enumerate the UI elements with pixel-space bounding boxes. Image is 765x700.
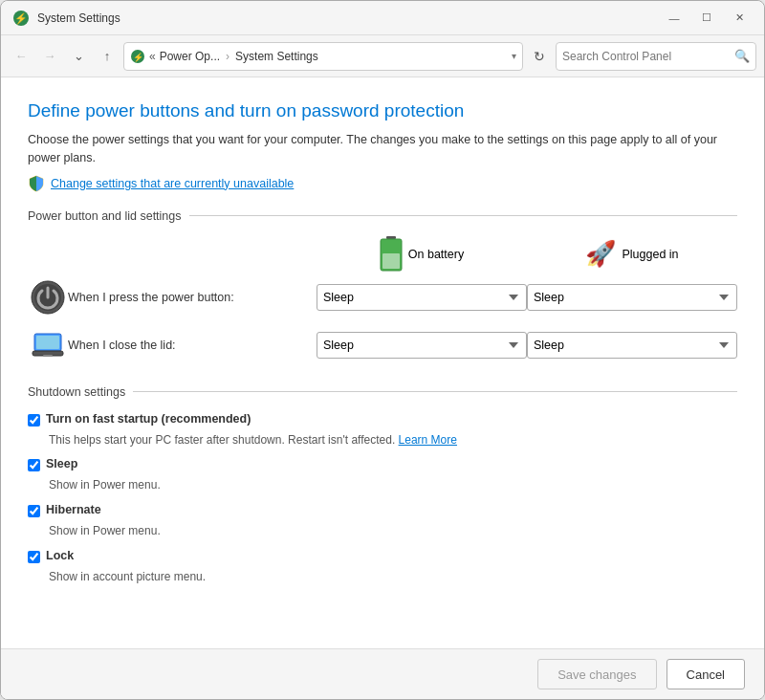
power-button-battery-select[interactable]: Do nothing Sleep Hibernate Shut down Tur… <box>317 284 527 311</box>
svg-text:⚡: ⚡ <box>133 52 144 63</box>
address-icon: ⚡ <box>130 49 145 64</box>
battery-column-header: On battery <box>317 236 527 273</box>
breadcrumb-sep: › <box>226 50 230 63</box>
shutdown-settings: Turn on fast startup (recommended) This … <box>28 412 737 585</box>
sleep-checkbox[interactable] <box>28 459 40 471</box>
plugged-column-label: Plugged in <box>622 248 678 261</box>
search-box[interactable]: 🔍 <box>556 42 756 71</box>
close-button[interactable]: ✕ <box>726 9 753 28</box>
battery-column-label: On battery <box>408 248 464 261</box>
fast-startup-learn-more-link[interactable]: Learn More <box>399 433 457 447</box>
shutdown-divider <box>133 391 737 392</box>
power-button-plugged-select-wrap: Do nothing Sleep Hibernate Shut down Tur… <box>527 284 737 311</box>
refresh-button[interactable]: ↻ <box>527 44 552 69</box>
search-icon: 🔍 <box>734 49 750 63</box>
lock-checkbox[interactable] <box>28 551 40 563</box>
minimize-button[interactable]: — <box>661 9 688 28</box>
sleep-label[interactable]: Sleep <box>46 457 77 470</box>
hibernate-desc: Show in Power menu. <box>49 523 737 539</box>
lid-icon <box>28 328 68 362</box>
lid-plugged-select-wrap: Do nothing Sleep Hibernate Shut down Tur… <box>527 332 737 359</box>
close-lid-label: When I close the lid: <box>68 339 317 352</box>
close-lid-row: When I close the lid: Do nothing Sleep H… <box>28 328 737 362</box>
laptop-lid-icon <box>31 328 65 362</box>
breadcrumb-part1: Power Op... <box>160 50 220 63</box>
cancel-button[interactable]: Cancel <box>667 659 745 689</box>
search-input[interactable] <box>562 50 731 63</box>
window-title: System Settings <box>37 11 661 25</box>
power-button-icon <box>28 280 68 315</box>
shield-uac-icon <box>28 175 45 192</box>
address-bar[interactable]: ⚡ « Power Op... › System Settings ▾ <box>123 42 523 71</box>
power-button-row: When I press the power button: Do nothin… <box>28 280 737 315</box>
shutdown-section-header: Shutdown settings <box>28 385 737 399</box>
power-icon <box>31 280 65 315</box>
fast-startup-desc: This helps start your PC faster after sh… <box>49 432 737 448</box>
breadcrumb-part2: System Settings <box>235 50 318 63</box>
change-settings-link[interactable]: Change settings that are currently unava… <box>28 175 737 192</box>
lock-label[interactable]: Lock <box>46 549 74 562</box>
address-chevron-icon[interactable]: ▾ <box>512 51 516 61</box>
fast-startup-checkbox[interactable] <box>28 414 40 427</box>
lock-desc: Show in account picture menu. <box>49 569 737 585</box>
lock-row: Lock <box>28 549 737 563</box>
forward-button[interactable]: → <box>37 44 62 69</box>
lid-battery-select-wrap: Do nothing Sleep Hibernate Shut down Tur… <box>317 332 527 359</box>
power-button-label: When I press the power button: <box>68 291 317 304</box>
fast-startup-label[interactable]: Turn on fast startup (recommended) <box>46 412 251 426</box>
power-table: On battery 🚀 Plugged in <box>28 236 737 362</box>
fast-startup-row: Turn on fast startup (recommended) <box>28 412 737 427</box>
power-section-header: Power button and lid settings <box>28 209 737 223</box>
hibernate-checkbox[interactable] <box>28 505 40 517</box>
power-button-battery-select-wrap: Do nothing Sleep Hibernate Shut down Tur… <box>317 284 527 311</box>
battery-icon <box>380 236 403 273</box>
navbar: ← → ⌄ ↑ ⚡ « Power Op... › System Setting… <box>1 35 764 77</box>
section-divider <box>189 215 737 216</box>
address-text: « <box>149 50 156 63</box>
svg-text:⚡: ⚡ <box>14 11 28 25</box>
page-title: Define power buttons and turn on passwor… <box>28 100 737 121</box>
sleep-desc: Show in Power menu. <box>49 477 737 493</box>
hibernate-row: Hibernate <box>28 503 737 517</box>
lid-battery-select[interactable]: Do nothing Sleep Hibernate Shut down Tur… <box>317 332 527 359</box>
lid-plugged-select[interactable]: Do nothing Sleep Hibernate Shut down Tur… <box>527 332 737 359</box>
main-window: ⚡ System Settings — ☐ ✕ ← → ⌄ ↑ ⚡ « Powe… <box>0 0 765 700</box>
footer: Save changes Cancel <box>1 648 764 699</box>
window-controls: — ☐ ✕ <box>661 9 753 28</box>
sleep-row: Sleep <box>28 457 737 471</box>
power-section-label: Power button and lid settings <box>28 209 182 223</box>
dropdown-button[interactable]: ⌄ <box>66 44 91 69</box>
power-button-plugged-select[interactable]: Do nothing Sleep Hibernate Shut down Tur… <box>527 284 737 311</box>
change-link-text[interactable]: Change settings that are currently unava… <box>51 177 294 190</box>
power-col-headers: On battery 🚀 Plugged in <box>28 236 737 273</box>
app-icon: ⚡ <box>12 10 30 27</box>
titlebar: ⚡ System Settings — ☐ ✕ <box>1 1 764 35</box>
rocket-icon: 🚀 <box>585 239 616 269</box>
shutdown-section-label: Shutdown settings <box>28 385 125 399</box>
page-description: Choose the power settings that you want … <box>28 131 737 167</box>
plugged-column-header: 🚀 Plugged in <box>527 236 737 273</box>
maximize-button[interactable]: ☐ <box>693 9 720 28</box>
svg-rect-10 <box>36 336 59 349</box>
svg-rect-6 <box>382 253 400 269</box>
hibernate-label[interactable]: Hibernate <box>46 503 101 516</box>
up-button[interactable]: ↑ <box>95 44 120 69</box>
main-content: Define power buttons and turn on passwor… <box>1 77 764 648</box>
save-changes-button[interactable]: Save changes <box>537 659 656 689</box>
back-button[interactable]: ← <box>9 44 33 69</box>
